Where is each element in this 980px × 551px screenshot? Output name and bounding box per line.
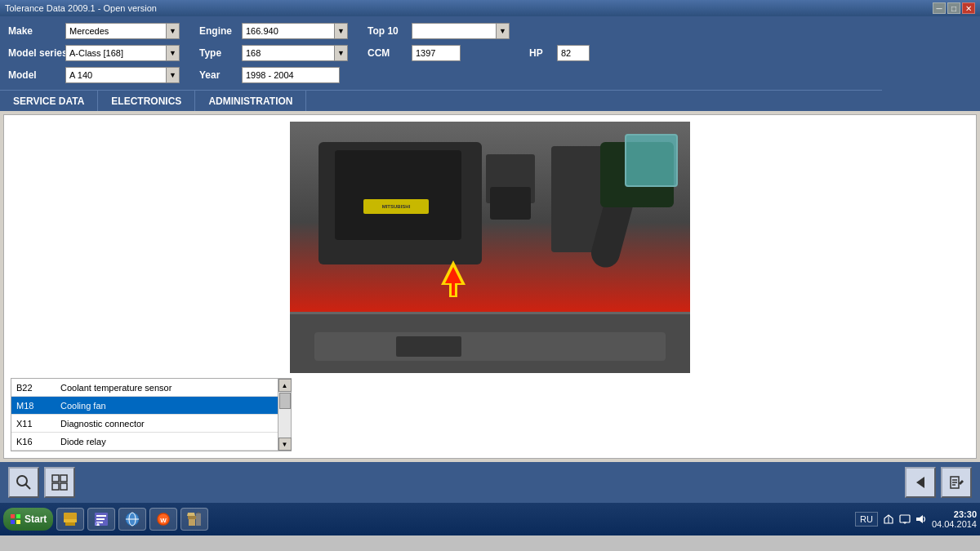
year-value: 1998 - 2004: [242, 67, 340, 83]
model-series-dropdown-arrow[interactable]: ▼: [166, 46, 179, 60]
model-series-select[interactable]: A-Class [168] ▼: [65, 45, 180, 61]
part-name: Coolant temperature sensor: [57, 383, 278, 393]
maximize-button[interactable]: □: [947, 2, 960, 14]
svg-text:W: W: [161, 517, 167, 524]
clock-date: 04.04.2014: [932, 519, 977, 529]
svg-rect-11: [52, 483, 59, 490]
ccm-label: CCM: [368, 47, 408, 59]
taskbar-item-3[interactable]: [118, 508, 146, 531]
main-content: MITSUBISHI: [3, 114, 977, 459]
start-button[interactable]: Start: [3, 508, 53, 531]
back-button[interactable]: [905, 467, 936, 498]
svg-rect-25: [65, 522, 75, 526]
part-code: B22: [11, 383, 57, 393]
title-bar: Tolerance Data 2009.1 - Open version ─ □…: [0, 0, 980, 16]
svg-rect-19: [11, 514, 15, 518]
taskbar-item-2[interactable]: [87, 508, 115, 531]
part-name-selected: Cooling fan: [57, 401, 278, 411]
svg-rect-12: [60, 483, 67, 490]
list-item[interactable]: X11 Diagnostic connector: [11, 415, 278, 433]
monitor-icon: [899, 513, 911, 525]
edit-button[interactable]: [941, 467, 972, 498]
title-bar-buttons: ─ □ ✕: [933, 2, 975, 14]
nav-service-data[interactable]: SERVICE DATA: [0, 91, 98, 111]
parts-list-area: B22 Coolant temperature sensor M18 Cooli…: [11, 378, 292, 451]
type-dropdown-arrow[interactable]: ▼: [334, 46, 347, 60]
part-name: Diagnostic connector: [57, 419, 278, 429]
top10-select[interactable]: ▼: [412, 23, 510, 39]
type-value: 168: [243, 48, 334, 58]
part-name: Diode relay: [57, 437, 278, 447]
svg-marker-6: [445, 267, 461, 295]
nav-administration[interactable]: ADMINISTRATION: [195, 91, 306, 111]
location-arrow-indicator: [437, 260, 470, 300]
clock-time: 23:30: [932, 509, 977, 519]
make-label: Make: [8, 25, 65, 37]
svg-rect-44: [900, 515, 910, 522]
language-indicator: RU: [855, 512, 878, 527]
svg-rect-22: [16, 520, 20, 524]
svg-rect-24: [64, 519, 77, 522]
svg-rect-21: [11, 520, 15, 524]
engine-select[interactable]: 166.940 ▼: [242, 23, 348, 39]
svg-marker-47: [916, 515, 923, 523]
taskbar-item-4[interactable]: W: [149, 508, 177, 531]
navbar: SERVICE DATA ELECTRONICS ADMINISTRATION: [0, 90, 980, 111]
model-series-label: Model series: [8, 47, 65, 59]
svg-marker-18: [959, 480, 964, 485]
make-dropdown-arrow[interactable]: ▼: [166, 24, 179, 38]
engine-image: MITSUBISHI: [290, 122, 690, 373]
system-clock: 23:30 04.04.2014: [932, 509, 977, 529]
type-select[interactable]: 168 ▼: [242, 45, 348, 61]
part-code: K16: [11, 437, 57, 447]
svg-rect-38: [188, 516, 196, 519]
svg-rect-9: [52, 475, 59, 482]
svg-rect-27: [96, 515, 106, 517]
scroll-up-button[interactable]: ▲: [278, 379, 292, 392]
list-item[interactable]: K16 Diode relay: [11, 433, 278, 451]
ccm-value: 1397: [412, 45, 461, 61]
engine-dropdown-arrow[interactable]: ▼: [334, 24, 347, 38]
window-title: Tolerance Data 2009.1 - Open version: [5, 3, 157, 13]
scroll-thumb[interactable]: [279, 393, 291, 409]
hp-value: 82: [557, 45, 590, 61]
list-item[interactable]: B22 Coolant temperature sensor: [11, 379, 278, 397]
top10-dropdown-arrow[interactable]: ▼: [496, 24, 509, 38]
taskbar-item-5[interactable]: [180, 508, 208, 531]
start-label: Start: [24, 513, 47, 525]
svg-line-8: [25, 484, 30, 489]
svg-rect-20: [16, 514, 20, 518]
make-value: Mercedes: [66, 26, 166, 36]
svg-marker-39: [187, 513, 195, 516]
part-code-selected: M18: [11, 401, 57, 411]
settings-button[interactable]: [44, 467, 75, 498]
nav-electronics[interactable]: ELECTRONICS: [98, 91, 195, 111]
model-dropdown-arrow[interactable]: ▼: [166, 68, 179, 82]
engine-label: Engine: [199, 25, 242, 37]
volume-icon: [915, 513, 927, 525]
taskbar-item-1[interactable]: [56, 508, 84, 531]
list-item-selected[interactable]: M18 Cooling fan: [11, 397, 278, 415]
year-label: Year: [199, 69, 242, 81]
model-select[interactable]: A 140 ▼: [65, 67, 180, 83]
close-button[interactable]: ✕: [962, 2, 975, 14]
minimize-button[interactable]: ─: [933, 2, 946, 14]
parts-list-scrollbar[interactable]: ▲ ▼: [278, 378, 292, 451]
top10-label: Top 10: [368, 25, 408, 37]
model-label: Model: [8, 69, 65, 81]
make-select[interactable]: Mercedes ▼: [65, 23, 180, 39]
type-label: Type: [199, 47, 242, 59]
search-button[interactable]: [8, 467, 39, 498]
system-tray-icon: [883, 513, 894, 525]
svg-marker-41: [196, 512, 201, 513]
parts-table: B22 Coolant temperature sensor M18 Cooli…: [11, 378, 278, 451]
scroll-track: [278, 392, 291, 438]
model-value: A 140: [66, 70, 166, 80]
svg-rect-10: [60, 475, 67, 482]
scroll-down-button[interactable]: ▼: [278, 438, 292, 451]
engine-value: 166.940: [243, 26, 334, 36]
header-area: Make Mercedes ▼ Model series A-Class [16…: [0, 16, 980, 90]
part-code: X11: [11, 419, 57, 429]
svg-rect-40: [196, 513, 201, 526]
model-series-value: A-Class [168]: [66, 48, 166, 58]
